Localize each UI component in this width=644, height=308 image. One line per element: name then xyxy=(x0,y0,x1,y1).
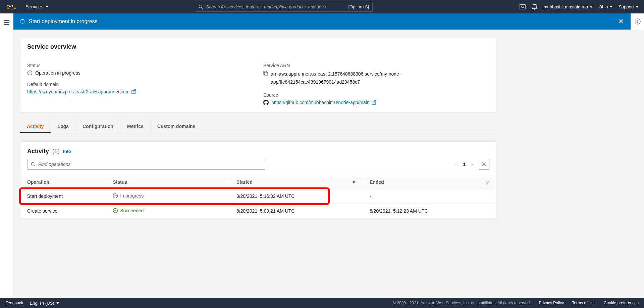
top-nav: aws Services [Option+S] mubbashir.mustaf… xyxy=(0,0,644,13)
search-input[interactable] xyxy=(206,4,345,9)
activity-info-link[interactable]: Info xyxy=(63,149,71,154)
caret-down-icon xyxy=(610,6,612,8)
account-menu[interactable]: mubbashir.mustafa.rao xyxy=(544,4,593,9)
status-badge: Succeeded xyxy=(113,208,144,213)
progress-icon xyxy=(27,70,33,76)
external-link-icon xyxy=(131,89,136,94)
tabs: Activity Logs Configuration Metrics Cust… xyxy=(20,120,496,133)
svg-line-19 xyxy=(34,165,35,166)
cell-ended: 8/20/2021, 5:12:23 AM UTC xyxy=(363,204,496,218)
tab-metrics[interactable]: Metrics xyxy=(120,120,151,133)
caret-down-icon xyxy=(636,6,639,8)
activity-panel: Activity (2) Info ‹ 1 › xyxy=(20,141,496,219)
caret-down-icon xyxy=(590,6,593,8)
tab-activity[interactable]: Activity xyxy=(20,120,51,133)
search-icon xyxy=(199,4,203,9)
hamburger-icon[interactable] xyxy=(4,20,9,298)
github-icon xyxy=(263,100,269,105)
table-settings-button[interactable] xyxy=(479,159,489,170)
svg-point-11 xyxy=(29,73,29,73)
arn-value: arn:aws:apprunner:us-east-2:157640688306… xyxy=(271,70,489,86)
activity-count: (2) xyxy=(52,148,60,155)
svg-point-20 xyxy=(483,163,485,165)
col-started[interactable]: Started▼ xyxy=(230,175,363,189)
cell-started: 8/20/2021, 5:16:32 AM UTC xyxy=(230,189,363,204)
copy-icon[interactable] xyxy=(263,71,268,76)
external-link-icon xyxy=(372,100,376,105)
source-label: Source xyxy=(263,92,489,98)
svg-point-24 xyxy=(116,195,117,196)
support-label: Support xyxy=(619,4,634,9)
svg-point-23 xyxy=(115,195,116,196)
arn-label: Service ARN xyxy=(263,63,489,68)
table-row[interactable]: Create service Succeeded 8/20/2021, 5:09… xyxy=(20,204,496,218)
status-badge: In progress xyxy=(113,193,144,199)
progress-icon xyxy=(113,193,118,199)
aws-logo[interactable]: aws xyxy=(5,4,17,10)
cell-ended: - xyxy=(363,189,496,204)
search-shortcut: [Option+S] xyxy=(348,4,369,9)
source-link[interactable]: https://github.com/mubbashir10/node-app/… xyxy=(271,100,376,105)
default-domain-link[interactable]: https://xzdydnmuzp.us-east-2.awsapprunne… xyxy=(27,89,136,94)
gear-icon xyxy=(481,162,487,167)
sort-desc-icon: ▼ xyxy=(352,179,356,185)
service-overview-panel: Service overview Status Operation in pro… xyxy=(20,38,496,112)
tab-custom-domains[interactable]: Custom domains xyxy=(151,120,202,133)
table-row[interactable]: Start deployment In progress 8/20/2021, … xyxy=(20,189,496,204)
tab-logs[interactable]: Logs xyxy=(51,120,76,133)
status-label: Status xyxy=(27,63,253,68)
cloudshell-icon[interactable] xyxy=(520,4,526,10)
activity-table: Operation Status Started▼ Ended▽ Start d… xyxy=(20,175,496,219)
services-label: Services xyxy=(25,4,44,9)
find-operations[interactable] xyxy=(27,159,265,170)
pagination: ‹ 1 › xyxy=(455,159,489,170)
svg-point-1 xyxy=(199,5,202,8)
col-operation[interactable]: Operation xyxy=(20,175,106,189)
prev-page-icon[interactable]: ‹ xyxy=(455,161,459,167)
status-value: Operation in progress xyxy=(35,70,80,76)
user-name: mubbashir.mustafa.rao xyxy=(544,4,588,9)
col-ended[interactable]: Ended▽ xyxy=(363,175,496,189)
next-page-icon[interactable]: › xyxy=(470,161,474,167)
tab-configuration[interactable]: Configuration xyxy=(76,120,120,133)
svg-line-2 xyxy=(202,7,203,9)
side-rail xyxy=(0,13,13,298)
services-menu[interactable]: Services xyxy=(25,4,48,9)
cell-operation: Start deployment xyxy=(20,189,106,204)
cell-started: 8/20/2021, 5:09:21 AM UTC xyxy=(230,204,363,218)
info-panel-toggle[interactable] xyxy=(631,13,644,30)
svg-rect-16 xyxy=(265,72,268,75)
success-icon xyxy=(113,208,118,213)
source-url: https://github.com/mubbashir10/node-app/… xyxy=(271,100,370,105)
svg-point-13 xyxy=(31,73,31,73)
svg-point-12 xyxy=(30,73,30,73)
region-menu[interactable]: Ohio xyxy=(599,4,612,9)
page-number: 1 xyxy=(463,162,466,167)
svg-point-8 xyxy=(637,20,638,20)
svg-rect-3 xyxy=(520,4,525,9)
spinner-icon xyxy=(20,19,25,24)
cell-operation: Create service xyxy=(20,204,106,218)
support-menu[interactable]: Support xyxy=(619,4,639,9)
domain-url: https://xzdydnmuzp.us-east-2.awsapprunne… xyxy=(27,89,129,94)
svg-text:aws: aws xyxy=(6,4,13,8)
banner-message: Start deployment in progress. xyxy=(29,18,99,25)
svg-point-22 xyxy=(114,195,115,196)
region-name: Ohio xyxy=(599,4,608,9)
svg-point-18 xyxy=(31,162,34,165)
flash-banner: Start deployment in progress. ✕ xyxy=(13,13,631,30)
activity-title: Activity xyxy=(27,148,49,155)
close-icon[interactable]: ✕ xyxy=(618,17,624,26)
caret-down-icon xyxy=(46,6,48,8)
notifications-icon[interactable] xyxy=(532,4,538,10)
global-search[interactable]: [Option+S] xyxy=(195,2,373,12)
info-icon xyxy=(635,18,641,25)
search-icon xyxy=(31,162,36,167)
domain-label: Default domain xyxy=(27,82,253,87)
sort-icon: ▽ xyxy=(486,179,489,185)
overview-title: Service overview xyxy=(20,38,496,56)
col-status[interactable]: Status xyxy=(106,175,230,189)
find-input[interactable] xyxy=(38,162,262,167)
